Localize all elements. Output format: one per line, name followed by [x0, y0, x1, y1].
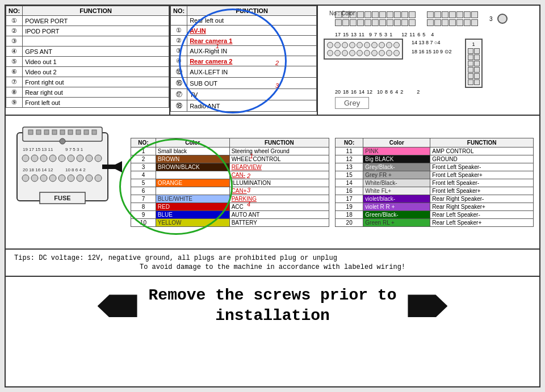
color-cell: BLUE/WHITE [156, 195, 229, 203]
pin-circle [342, 42, 348, 48]
right-num-connector: 1 [465, 39, 483, 88]
function-cell: CAN+ [229, 187, 329, 195]
pin [456, 11, 463, 18]
pin [442, 11, 448, 18]
pin [409, 11, 416, 18]
no-cell: 18 [336, 210, 363, 218]
table-row: ②IPOD PORT [6, 26, 169, 36]
pin [474, 54, 480, 60]
function-cell [23, 36, 169, 47]
color-cell: White/Black- [363, 179, 430, 187]
pin [409, 19, 416, 26]
color-cell: Grey/Black- [363, 163, 430, 171]
no-cell: 12 [336, 155, 363, 163]
pin-circle [357, 50, 363, 56]
table-row: ⑱Radio ANT [171, 100, 317, 112]
color-cell: BLUE [156, 210, 229, 218]
no-cell: ④ [6, 47, 23, 57]
table-row: 2BROWNWHEEL CONTROL [131, 155, 329, 163]
svg-point-21 [95, 155, 102, 162]
function-cell: Video out 1 [23, 57, 169, 67]
pin [342, 19, 349, 26]
function-cell: Rear Right Speaker- [430, 195, 534, 203]
function-cell: SUB OUT [187, 78, 317, 89]
banner-line1: Remove the screws prior to [149, 285, 397, 306]
svg-rect-5 [52, 130, 57, 134]
no-cell [171, 16, 187, 26]
function-cell: AUTO ANT [229, 210, 329, 218]
function-cell: Radio ANT [187, 100, 317, 112]
table-row: 1Small blackSteering wheel Ground [131, 147, 329, 155]
table-row: 15Grey FR +Front Left Speaker+ [336, 171, 534, 179]
no-col-header-r: NO: [336, 138, 363, 147]
table-row: 7BLUE/WHITEPARKING [131, 195, 329, 203]
function-cell: Front Left Speaker- [430, 163, 534, 171]
color-col-header: Color [156, 138, 229, 147]
pin [442, 19, 448, 26]
no-cell: ③ [171, 46, 187, 56]
no-cell: 1 [131, 147, 156, 155]
function-header: FUNCTION [23, 6, 169, 16]
harness-svg: 19 17 15 13 11 9 7 5 3 1 20 18 16 14 12 … [11, 121, 125, 241]
pin [471, 11, 478, 18]
color-cell: White FL+ [363, 187, 430, 195]
function-cell: WHEEL CONTROL [229, 155, 329, 163]
pin-circle [357, 42, 363, 48]
no-cell: 3 [131, 163, 156, 171]
pin [372, 11, 379, 18]
no-cell: ⑤ [6, 57, 23, 67]
svg-point-24 [22, 175, 29, 182]
no-cell: 8 [131, 203, 156, 210]
pin-circle [371, 50, 378, 56]
function-cell: Front left Speaker+ [430, 187, 534, 195]
color-cell: Big BLACK [363, 155, 430, 163]
arrow-left-icon [98, 294, 137, 317]
left-pinout-table: NO: Color FUNCTION 1Small blackSteering … [131, 138, 329, 227]
table-row: ⑦Front right out [6, 77, 169, 87]
svg-point-13 [22, 155, 29, 162]
function-cell: BATTERY [229, 218, 329, 226]
color-cell: Small black [156, 147, 229, 155]
color-cell: violet/black- [363, 195, 430, 203]
table-row: ⑤Video out 1 [6, 57, 169, 67]
svg-rect-2 [28, 130, 33, 134]
svg-point-28 [58, 175, 65, 182]
pin [401, 19, 408, 26]
pin-circle [349, 50, 355, 56]
right-arrow-group [408, 294, 447, 317]
svg-point-25 [31, 175, 38, 182]
tips-line2: To avoid damage to the machine in accord… [14, 263, 531, 271]
function-cell: REARVIEW [229, 163, 329, 171]
pin [357, 11, 364, 18]
svg-rect-8 [76, 130, 81, 134]
no-cell: ③ [6, 36, 23, 47]
table-row: 12Big BLACKGROUND [336, 155, 534, 163]
no-header-mid: NO: [171, 6, 187, 16]
color-col-header-r: Color [363, 138, 430, 147]
pin [474, 48, 480, 54]
svg-point-18 [68, 155, 74, 162]
function-col-header: FUNCTION [229, 138, 329, 147]
pin [434, 11, 441, 18]
pin [364, 11, 371, 18]
no-cell: 10 [131, 218, 156, 226]
no-cell: 5 [131, 179, 156, 187]
table-row: 4CAN- [131, 171, 329, 179]
table-row: 18Green/Black-Rear Left Speaker- [336, 210, 534, 218]
table-row: ③ [6, 36, 169, 47]
pin [468, 48, 473, 54]
svg-rect-37 [102, 165, 122, 169]
svg-rect-3 [36, 130, 41, 134]
table-row: ⑨Front left out [6, 98, 169, 108]
pin-circle [371, 42, 378, 48]
pin-row-bot [335, 19, 416, 26]
pin [387, 11, 393, 18]
bottom-section: 19 17 15 13 11 9 7 5 3 1 20 18 16 14 12 … [6, 116, 539, 250]
color-cell: ORANGE [156, 179, 229, 187]
label-3: 3 [489, 16, 493, 22]
pin [456, 19, 463, 26]
color-cell [156, 187, 229, 195]
top-pin-strips: 3 [335, 11, 508, 26]
no-cell: 15 [336, 171, 363, 179]
no-cell: 19 [336, 203, 363, 210]
